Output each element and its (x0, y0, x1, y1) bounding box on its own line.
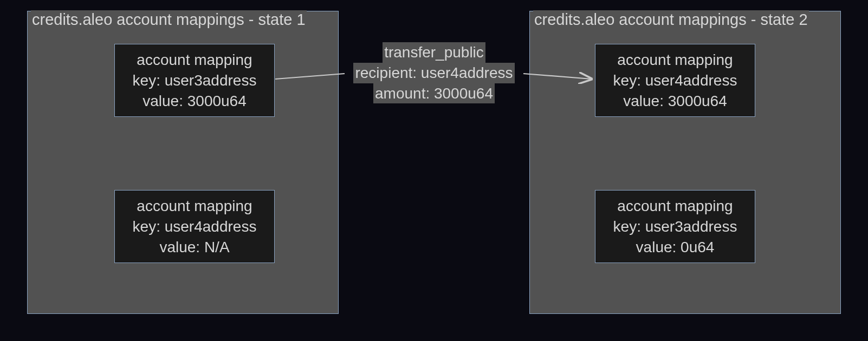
mapping-value: value: 3000u64 (605, 91, 745, 112)
mapping-value: value: 0u64 (605, 237, 745, 258)
state-2-title: credits.aleo account mappings - state 2 (533, 10, 809, 29)
mapping-key: key: user3address (605, 217, 745, 237)
state-1-panel: credits.aleo account mappings - state 1 … (27, 11, 339, 314)
state1-mapping-top: account mapping key: user3address value:… (114, 44, 275, 117)
mapping-key: key: user3address (125, 70, 264, 91)
mapping-value: value: 3000u64 (125, 91, 264, 112)
mapping-label: account mapping (605, 50, 745, 70)
state2-mapping-bottom: account mapping key: user3address value:… (595, 190, 755, 263)
mapping-key: key: user4address (125, 217, 264, 237)
mapping-key: key: user4address (605, 70, 745, 91)
mapping-label: account mapping (125, 196, 264, 217)
state2-mapping-top: account mapping key: user4address value:… (595, 44, 755, 117)
edge-line1: transfer_public (383, 42, 485, 63)
mapping-label: account mapping (125, 50, 264, 70)
mapping-value: value: N/A (125, 237, 264, 258)
edge-line3: amount: 3000u64 (373, 83, 495, 104)
mapping-label: account mapping (605, 196, 745, 217)
state1-mapping-bottom: account mapping key: user4address value:… (114, 190, 275, 263)
state-2-panel: credits.aleo account mappings - state 2 … (529, 11, 841, 314)
edge-line2: recipient: user4address (353, 63, 514, 83)
transfer-edge-label: transfer_public recipient: user4address … (345, 42, 523, 103)
state-1-title: credits.aleo account mappings - state 1 (31, 10, 307, 29)
